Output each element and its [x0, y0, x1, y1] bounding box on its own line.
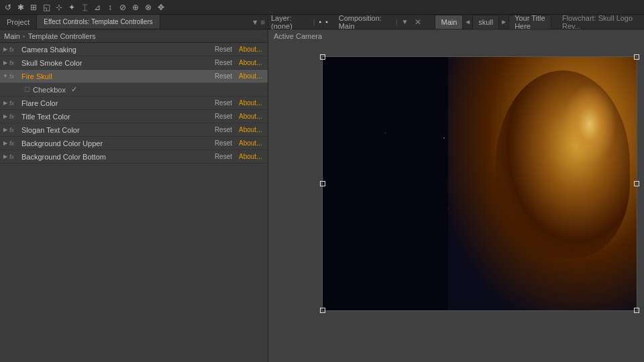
handle-ml[interactable]: [320, 181, 325, 186]
panel-tabs: Project Effect Controls: Template Contro…: [0, 15, 268, 29]
breadcrumb-child: Template Controllers: [28, 32, 96, 40]
checkbox-label: Checkbox: [33, 86, 66, 94]
prop-row-flare-color[interactable]: ▶ fx Flare Color Reset About...: [0, 97, 268, 110]
handle-bl[interactable]: [320, 308, 325, 313]
prop-name-title-text-color: Title Text Color: [20, 113, 211, 121]
separator-2: |: [396, 18, 398, 26]
reset-bg-color-bottom[interactable]: Reset: [211, 153, 236, 160]
expand-arrow-camera-shaking[interactable]: ▶: [1, 46, 9, 54]
toolbar: ↺ ✱ ⊞ ◱ ⊹ ✦ ⌶ ⊿ ↕ ⊘ ⊕ ⊗ ✥: [0, 0, 644, 15]
toolbar-icon-1[interactable]: ↺: [3, 2, 13, 13]
right-panel: Layer: (none) | ▪ ▪ Composition: Main | …: [268, 15, 644, 362]
comp-icon-2: ▪: [325, 18, 328, 25]
prop-name-fire-skull: Fire Skull: [20, 72, 211, 80]
toolbar-icon-3[interactable]: ⊞: [28, 2, 39, 13]
fx-badge-skull-smoke-color: fx: [9, 60, 20, 66]
expand-arrow-bg-color-bottom[interactable]: ▶: [1, 153, 9, 161]
comp-arrow-right[interactable]: ►: [499, 18, 508, 25]
expand-arrow-slogan-text-color[interactable]: ▶: [1, 126, 9, 134]
toolbar-icon-9[interactable]: ↕: [105, 2, 115, 13]
comp-tab-main[interactable]: Main: [435, 15, 463, 29]
toolbar-icon-8[interactable]: ⊿: [92, 2, 103, 13]
expand-arrow-bg-color-upper[interactable]: ▶: [1, 139, 9, 147]
tab-project[interactable]: Project: [0, 15, 37, 29]
about-bg-color-upper[interactable]: About...: [236, 139, 266, 147]
reset-camera-shaking[interactable]: Reset: [211, 46, 236, 53]
prop-name-camera-shaking: Camera Shaking: [20, 46, 211, 54]
checkbox-row: ☐ Checkbox ✓: [0, 83, 268, 97]
reset-fire-skull[interactable]: Reset: [211, 72, 236, 80]
handle-br[interactable]: [634, 308, 639, 313]
about-skull-smoke-color[interactable]: About...: [236, 59, 266, 66]
expand-arrow-flare-color[interactable]: ▶: [1, 99, 9, 107]
star-1: [443, 137, 445, 139]
prop-row-bg-color-upper[interactable]: ▶ fx Background Color Upper Reset About.…: [0, 137, 268, 150]
toolbar-icon-12[interactable]: ⊗: [143, 2, 154, 13]
right-top-bar: Layer: (none) | ▪ ▪ Composition: Main | …: [268, 15, 644, 29]
main-layout: Project Effect Controls: Template Contro…: [0, 15, 644, 362]
reset-bg-color-upper[interactable]: Reset: [211, 139, 236, 147]
toolbar-icon-11[interactable]: ⊕: [130, 2, 141, 13]
checkbox-value[interactable]: ✓: [71, 85, 77, 94]
breadcrumb: Main • Template Controllers: [0, 29, 268, 43]
active-camera-label: Active Camera: [268, 29, 644, 43]
about-bg-color-bottom[interactable]: About...: [236, 153, 266, 160]
toolbar-icon-10[interactable]: ⊘: [117, 2, 128, 13]
comp-icon-1: ▪: [319, 18, 322, 25]
prop-row-fire-skull[interactable]: ▼ fx Fire Skull Reset About...: [0, 70, 268, 83]
canvas-area: [268, 43, 644, 362]
comp-close-btn[interactable]: ✕: [412, 17, 424, 27]
separator-1: |: [313, 18, 315, 26]
comp-tab-skull[interactable]: skull: [472, 15, 499, 29]
reset-slogan-text-color[interactable]: Reset: [211, 126, 236, 133]
composition-frame: [322, 56, 637, 311]
toolbar-icon-4[interactable]: ◱: [41, 2, 52, 13]
toolbar-icons: ↺ ✱ ⊞ ◱ ⊹ ✦ ⌶ ⊿ ↕ ⊘ ⊕ ⊗ ✥: [3, 2, 166, 13]
about-fire-skull[interactable]: About...: [236, 72, 266, 80]
toolbar-icon-2[interactable]: ✱: [15, 2, 26, 13]
expand-arrow-fire-skull[interactable]: ▼: [1, 72, 9, 80]
fx-badge-bg-color-upper: fx: [9, 140, 20, 147]
about-flare-color[interactable]: About...: [236, 99, 266, 107]
panel-menu-icon[interactable]: ≡: [261, 18, 265, 26]
prop-name-bg-color-bottom: Background Color Bottom: [20, 153, 211, 161]
prop-name-slogan-text-color: Slogan Text Color: [20, 126, 211, 134]
checkbox-icon: ☐: [24, 86, 30, 93]
prop-name-bg-color-upper: Background Color Upper: [20, 139, 211, 147]
handle-tl[interactable]: [320, 54, 325, 60]
comp-view: Active Camera: [268, 29, 644, 362]
comp-tab-your-title[interactable]: Your Title Here: [508, 15, 551, 29]
toolbar-icon-13[interactable]: ✥: [156, 2, 166, 13]
comp-tab-group: Main ◄ skull ► Your Title Here: [435, 15, 551, 29]
comp-dropdown-icon[interactable]: ▼: [402, 18, 409, 25]
expand-arrow-title-text-color[interactable]: ▶: [1, 113, 9, 121]
prop-row-title-text-color[interactable]: ▶ fx Title Text Color Reset About...: [0, 110, 268, 123]
comp-arrow-left[interactable]: ◄: [463, 18, 472, 25]
panel-dropdown-icon[interactable]: ▼: [252, 18, 259, 26]
about-title-text-color[interactable]: About...: [236, 113, 266, 120]
reset-flare-color[interactable]: Reset: [211, 99, 236, 107]
prop-row-skull-smoke-color[interactable]: ▶ fx Skull Smoke Color Reset About...: [0, 56, 268, 70]
skull-bright-spot: [563, 84, 616, 164]
fx-badge-bg-color-bottom: fx: [9, 154, 20, 160]
prop-name-skull-smoke-color: Skull Smoke Color: [20, 59, 211, 67]
handle-tr[interactable]: [634, 54, 639, 60]
breadcrumb-main[interactable]: Main: [4, 32, 20, 40]
reset-title-text-color[interactable]: Reset: [211, 113, 236, 120]
fx-badge-flare-color: fx: [9, 100, 20, 107]
expand-arrow-skull-smoke-color[interactable]: ▶: [1, 59, 9, 67]
tab-effect-controls[interactable]: Effect Controls: Template Controllers: [37, 15, 160, 29]
about-slogan-text-color[interactable]: About...: [236, 126, 266, 133]
handle-mr[interactable]: [634, 181, 639, 186]
prop-row-bg-color-bottom[interactable]: ▶ fx Background Color Bottom Reset About…: [0, 150, 268, 164]
prop-row-camera-shaking[interactable]: ▶ fx Camera Shaking Reset About...: [0, 43, 268, 56]
toolbar-icon-6[interactable]: ✦: [66, 2, 77, 13]
about-camera-shaking[interactable]: About...: [236, 46, 266, 53]
comp-info: Composition: Main: [339, 14, 392, 30]
breadcrumb-sep: •: [23, 32, 25, 40]
reset-skull-smoke-color[interactable]: Reset: [211, 59, 236, 66]
toolbar-icon-7[interactable]: ⌶: [79, 2, 90, 13]
fx-badge-camera-shaking: fx: [9, 46, 20, 53]
toolbar-icon-5[interactable]: ⊹: [54, 2, 64, 13]
prop-row-slogan-text-color[interactable]: ▶ fx Slogan Text Color Reset About...: [0, 123, 268, 137]
